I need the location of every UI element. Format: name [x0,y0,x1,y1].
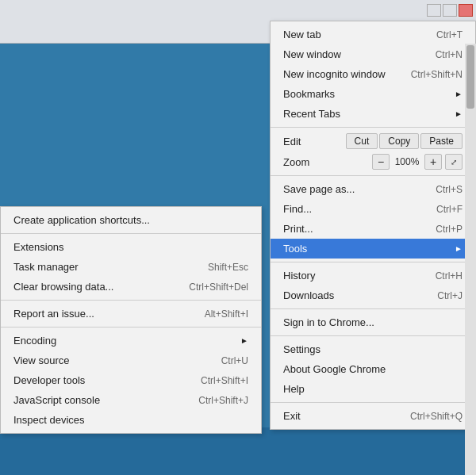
menu-item-print[interactable]: Print...Ctrl+P [271,219,475,239]
menu-item-tools[interactable]: Tools► [271,239,475,259]
menu-item-save-page[interactable]: Save page as...Ctrl+S [271,179,475,199]
submenu-arrow-icon: ► [455,109,463,118]
menu-separator [271,262,475,262]
submenu-shortcut: Alt+Shift+I [205,308,248,320]
minimize-button[interactable] [427,4,441,17]
copy-button[interactable]: Copy [379,133,419,149]
submenu-item-extensions[interactable]: Extensions [1,237,261,257]
submenu-item-developer-tools[interactable]: Developer toolsCtrl+Shift+I [1,370,261,390]
menu-item-label: Find... [283,203,312,215]
menu-item-label: Settings [283,343,321,355]
menu-item-history[interactable]: HistoryCtrl+H [271,266,475,285]
menu-shortcut: Ctrl+H [436,270,463,282]
menu-item-label: Save page as... [283,183,355,195]
menu-item-label: Downloads [283,289,334,301]
menu-item-downloads[interactable]: DownloadsCtrl+J [271,285,475,305]
zoom-label: Zoom [283,156,372,168]
menu-shortcut: Ctrl+T [436,29,463,40]
menu-item-settings[interactable]: Settings [271,339,475,359]
scrollbar[interactable] [465,44,476,475]
submenu-item-label: Create application shortcuts... [13,214,150,226]
menu-item-signin[interactable]: Sign in to Chrome... [271,312,475,332]
menu-item-about-chrome[interactable]: About Google Chrome [271,359,475,379]
submenu-shortcut: Shift+Esc [208,262,248,273]
submenu-arrow-icon: ► [455,90,463,98]
menu-separator [271,175,475,176]
zoom-value: 100% [393,156,421,167]
submenu-shortcut: Ctrl+U [221,355,248,366]
submenu-item-javascript-console[interactable]: JavaScript consoleCtrl+Shift+J [1,390,261,410]
menu-shortcut: Ctrl+J [437,290,463,301]
submenu-item-label: Inspect devices [13,414,85,426]
submenu-shortcut: Ctrl+Shift+J [198,395,248,406]
scrollbar-thumb[interactable] [466,45,474,109]
submenu-separator [1,300,261,301]
submenu-separator [1,233,261,234]
menu-shortcut: Ctrl+Shift+Q [410,411,463,422]
menu-shortcut: Ctrl+Shift+N [411,69,463,80]
title-bar [0,0,476,21]
menu-item-label: New incognito window [283,68,386,80]
menu-item-label: Recent Tabs [283,108,340,120]
submenu-arrow-icon: ► [455,244,463,253]
submenu-item-report-issue[interactable]: Report an issue...Alt+Shift+I [1,304,261,324]
menu-shortcut: Ctrl+N [436,49,463,60]
menu-shortcut: Ctrl+S [436,184,463,195]
submenu-item-label: Clear browsing data... [13,281,113,293]
paste-button[interactable]: Paste [420,133,463,149]
menu-item-help[interactable]: Help [271,379,475,399]
submenu-item-label: Developer tools [13,374,85,386]
zoom-in-button[interactable]: + [424,154,442,170]
submenu-item-label: View source [13,354,70,366]
edit-label: Edit [283,136,346,147]
submenu-item-task-manager[interactable]: Task managerShift+Esc [1,257,261,277]
menu-shortcut: Ctrl+F [436,204,463,215]
menu-item-new-window[interactable]: New windowCtrl+N [271,44,475,64]
menu-item-label: About Google Chrome [283,363,386,375]
menu-item-label: New tab [283,29,321,40]
submenu-item-label: Task manager [13,261,79,273]
submenu-item-clear-browsing[interactable]: Clear browsing data...Ctrl+Shift+Del [1,277,261,297]
edit-row: Edit Cut Copy Paste [271,131,475,151]
menu-item-find[interactable]: Find...Ctrl+F [271,199,475,219]
edit-btn-group: Cut Copy Paste [346,133,463,149]
menu-item-label: New window [283,48,341,60]
maximize-button[interactable] [443,4,457,17]
submenu-item-inspect-devices[interactable]: Inspect devices [1,410,261,430]
submenu-shortcut: Ctrl+Shift+I [201,375,248,386]
menu-item-label: Tools [283,243,307,255]
menu-shortcut: Ctrl+P [436,224,463,235]
menu-item-label: Bookmarks [283,88,335,100]
menu-item-label: Help [283,383,305,395]
submenu-item-label: JavaScript console [13,394,100,406]
menu-item-label: Sign in to Chrome... [283,316,374,328]
submenu-item-label: Extensions [13,241,64,253]
zoom-out-button[interactable]: − [372,154,390,170]
menu-item-new-tab[interactable]: New tabCtrl+T [271,25,475,44]
menu-item-bookmarks[interactable]: Bookmarks► [271,84,475,104]
submenu-arrow-icon: ► [240,336,248,345]
main-menu: New tabCtrl+TNew windowCtrl+NNew incogni… [270,21,476,430]
submenu-separator [1,327,261,328]
menu-item-label: Print... [283,223,313,235]
zoom-controls: − 100% + ⤢ [372,154,463,170]
submenu-item-create-shortcuts[interactable]: Create application shortcuts... [1,210,261,230]
menu-item-exit[interactable]: ExitCtrl+Shift+Q [271,406,475,426]
submenu-item-encoding[interactable]: Encoding► [1,331,261,351]
tools-submenu: Create application shortcuts...Extension… [0,206,262,434]
menu-item-new-incognito-window[interactable]: New incognito windowCtrl+Shift+N [271,64,475,84]
cut-button[interactable]: Cut [346,133,378,149]
menu-item-label: History [283,270,315,282]
menu-item-recent-tabs[interactable]: Recent Tabs► [271,104,475,124]
menu-separator [271,308,475,309]
menu-separator [271,402,475,403]
submenu-item-label: Encoding [13,335,56,347]
menu-item-label: Exit [283,410,301,422]
menu-separator [271,127,475,128]
zoom-row: Zoom − 100% + ⤢ [271,151,475,172]
submenu-shortcut: Ctrl+Shift+Del [189,282,248,293]
submenu-item-label: Report an issue... [13,308,94,320]
submenu-item-view-source[interactable]: View sourceCtrl+U [1,351,261,370]
fullscreen-button[interactable]: ⤢ [445,154,463,170]
close-button[interactable] [459,4,473,17]
